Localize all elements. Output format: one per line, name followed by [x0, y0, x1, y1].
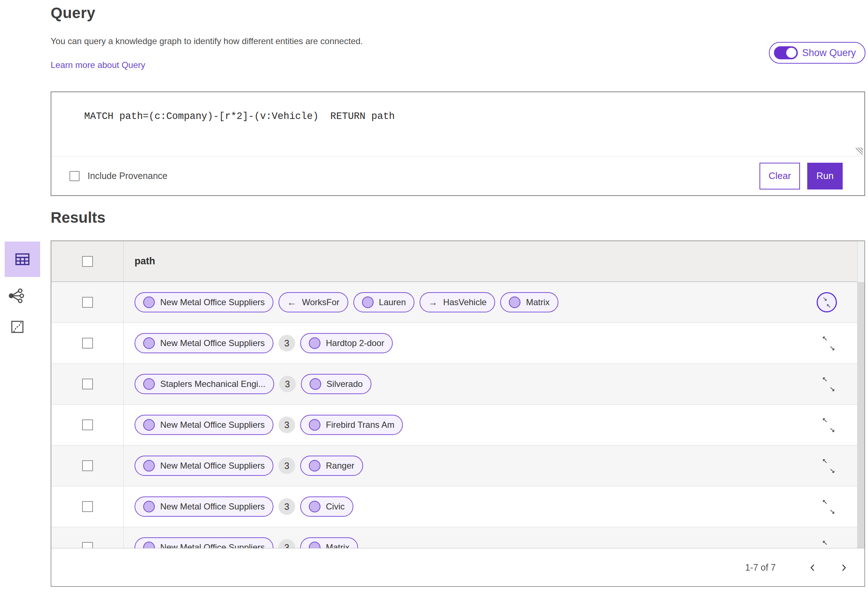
run-button[interactable]: Run: [807, 163, 843, 189]
resize-grip-icon[interactable]: [856, 148, 863, 155]
include-provenance-label: Include Provenance: [87, 171, 167, 181]
toggle-switch-icon[interactable]: [774, 46, 798, 59]
select-all-checkbox[interactable]: [82, 256, 93, 267]
expand-arrows-icon: ↖: [822, 497, 828, 506]
row-path-cell: New Metal Office Suppliers3Hardtop 2-doo…: [124, 323, 864, 363]
results-title: Results: [51, 209, 106, 226]
chevron-right-icon: [839, 563, 849, 572]
entity-pill[interactable]: Hardtop 2-door: [300, 333, 393, 353]
entity-circle-icon: [309, 501, 320, 512]
collapsed-count-badge: 3: [279, 376, 296, 392]
next-page-button[interactable]: [836, 560, 852, 576]
entity-circle-icon: [309, 419, 320, 431]
entity-pill[interactable]: Silverado: [301, 374, 371, 394]
include-provenance-checkbox[interactable]: [69, 171, 80, 181]
result-row: Staplers Mechanical Engi...3Silverado↖↘: [52, 364, 864, 405]
row-checkbox-cell: [52, 364, 124, 404]
row-path-cell: New Metal Office Suppliers3Ranger↖↘: [124, 445, 864, 486]
row-checkbox[interactable]: [82, 460, 93, 471]
collapse-arrows-icon: ↘: [822, 295, 827, 302]
chevron-left-icon: [808, 563, 817, 572]
table-icon: [13, 250, 31, 268]
entity-circle-icon: [309, 337, 320, 349]
row-checkbox[interactable]: [82, 379, 93, 389]
row-checkbox[interactable]: [82, 419, 93, 430]
entity-label: Firebird Trans Am: [326, 420, 394, 430]
row-path-cell: New Metal Office Suppliers←WorksForLaure…: [124, 282, 864, 323]
entity-circle-icon: [509, 296, 520, 308]
entity-label: Civic: [326, 502, 345, 512]
entity-label: Matrix: [526, 297, 549, 307]
expand-row-button[interactable]: ↖↘: [820, 416, 837, 433]
link-chart-icon: [6, 286, 25, 305]
learn-more-link[interactable]: Learn more about Query: [51, 60, 145, 70]
row-checkbox-cell: [52, 486, 124, 527]
pagination-range-label: 1-7 of 7: [745, 562, 776, 573]
scrollbar-thumb[interactable]: [858, 282, 864, 550]
row-checkbox-cell: [52, 445, 124, 486]
relationship-pill[interactable]: →HasVehicle: [419, 292, 495, 313]
relationship-pill[interactable]: ←WorksFor: [279, 292, 348, 313]
entity-pill[interactable]: Firebird Trans Am: [300, 415, 403, 435]
row-checkbox[interactable]: [82, 297, 93, 308]
entity-circle-icon: [143, 378, 155, 390]
results-table: path New Metal Office Suppliers←WorksFor…: [51, 240, 865, 587]
expand-row-button[interactable]: ↖↘: [820, 457, 837, 474]
query-panel: MATCH path=(c:Company)-[r*2]-(v:Vehicle)…: [51, 91, 865, 196]
entity-pill[interactable]: New Metal Office Suppliers: [134, 333, 273, 353]
table-footer: 1-7 of 7: [51, 548, 865, 587]
expand-arrows-icon: ↘: [829, 466, 835, 475]
row-checkbox-cell: [52, 405, 124, 445]
entity-circle-icon: [309, 460, 320, 472]
path-pills: Staplers Mechanical Engi...3Silverado: [134, 374, 820, 394]
entity-pill[interactable]: Ranger: [300, 456, 363, 476]
clear-button[interactable]: Clear: [760, 163, 800, 189]
entity-pill[interactable]: New Metal Office Suppliers: [134, 456, 273, 476]
row-checkbox-cell: [52, 282, 124, 323]
entity-circle-icon: [143, 337, 155, 349]
expand-arrows-icon: ↖: [822, 375, 828, 383]
row-checkbox[interactable]: [82, 501, 93, 512]
expand-row-button[interactable]: ↖↘: [820, 335, 837, 351]
expand-row-button[interactable]: ↖↘: [820, 376, 837, 392]
query-textarea[interactable]: MATCH path=(c:Company)-[r*2]-(v:Vehicle)…: [52, 92, 864, 156]
entity-pill[interactable]: Lauren: [353, 292, 415, 313]
collapsed-count-badge: 3: [279, 498, 295, 515]
expand-arrows-icon: ↘: [829, 507, 835, 516]
relationship-label: HasVehicle: [443, 297, 486, 307]
query-text: MATCH path=(c:Company)-[r*2]-(v:Vehicle)…: [84, 111, 395, 122]
entity-label: Silverado: [326, 379, 363, 389]
entity-pill[interactable]: New Metal Office Suppliers: [134, 415, 273, 435]
map-view-button[interactable]: [8, 317, 27, 336]
collapse-row-button[interactable]: ↘↖: [816, 292, 837, 313]
page-title: Query: [51, 4, 96, 22]
entity-pill[interactable]: Matrix: [500, 292, 558, 313]
table-view-button[interactable]: [5, 242, 40, 277]
previous-page-button[interactable]: [805, 560, 821, 576]
expand-arrows-icon: ↖: [822, 538, 828, 547]
collapse-arrows-icon: ↖: [827, 302, 831, 309]
collapsed-count-badge: 3: [279, 416, 295, 433]
show-query-toggle[interactable]: Show Query: [769, 42, 865, 63]
vertical-scrollbar[interactable]: [857, 241, 864, 550]
entity-circle-icon: [143, 501, 155, 512]
entity-pill[interactable]: Staplers Mechanical Engi...: [134, 374, 274, 394]
entity-label: Lauren: [379, 297, 406, 307]
entity-circle-icon: [310, 378, 321, 390]
results-rows: New Metal Office Suppliers←WorksForLaure…: [52, 282, 864, 568]
entity-circle-icon: [143, 419, 155, 431]
row-path-cell: New Metal Office Suppliers3Firebird Tran…: [124, 405, 864, 445]
expand-row-button[interactable]: ↖↘: [820, 498, 837, 515]
row-checkbox[interactable]: [82, 338, 93, 348]
path-pills: New Metal Office Suppliers←WorksForLaure…: [134, 292, 816, 313]
expand-arrows-icon: ↘: [829, 385, 835, 393]
entity-pill[interactable]: New Metal Office Suppliers: [134, 292, 273, 313]
expand-arrows-icon: ↖: [822, 334, 828, 342]
entity-circle-icon: [362, 296, 373, 308]
entity-pill[interactable]: New Metal Office Suppliers: [134, 496, 273, 517]
entity-circle-icon: [143, 460, 155, 472]
entity-pill[interactable]: Civic: [300, 496, 353, 517]
result-row: New Metal Office Suppliers←WorksForLaure…: [52, 282, 864, 323]
link-chart-view-button[interactable]: [6, 286, 26, 306]
result-row: New Metal Office Suppliers3Hardtop 2-doo…: [52, 323, 864, 364]
